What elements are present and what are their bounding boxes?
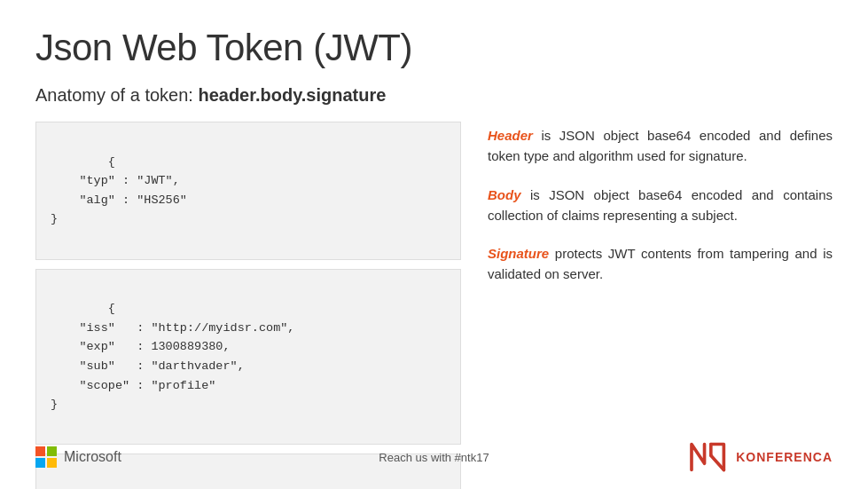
subtitle-bold: header.body.signature [198, 85, 386, 105]
reach-us-text: Reach us with #ntk17 [379, 451, 489, 464]
content-area: { "typ" : "JWT", "alg" : "HS256" } { "is… [35, 122, 833, 489]
signature-term: Signature [488, 246, 549, 261]
body-desc-text: is JSON object base64 encoded and contai… [488, 187, 833, 223]
svg-line-1 [711, 455, 724, 469]
microsoft-logo-text: Microsoft [64, 449, 121, 465]
ms-grid-blue [35, 458, 45, 468]
ms-grid-red [35, 446, 45, 456]
left-panel: { "typ" : "JWT", "alg" : "HS256" } { "is… [35, 122, 461, 489]
ms-grid-yellow [47, 458, 57, 468]
subtitle-plain: Anatomy of a token: [35, 85, 198, 105]
header-desc-text: is JSON object base64 encoded and define… [488, 128, 833, 163]
konferenca-logo: KONFERENCA [688, 439, 833, 475]
konferenca-text: KONFERENCA [736, 450, 833, 464]
footer: Microsoft Reach us with #ntk17 KONFERENC… [0, 439, 868, 475]
footer-center-text: Reach us with #ntk17 [379, 451, 489, 464]
body-code-text: { "iss" : "http://myidsr.com", "exp" : 1… [51, 302, 294, 411]
right-panel: Header is JSON object base64 encoded and… [488, 122, 833, 285]
body-code-block: { "iss" : "http://myidsr.com", "exp" : 1… [35, 269, 461, 446]
konferenca-icon-svg [688, 439, 731, 475]
microsoft-logo: Microsoft [35, 446, 121, 468]
header-code-block: { "typ" : "JWT", "alg" : "HS256" } [35, 122, 461, 260]
ms-grid-green [47, 446, 57, 456]
header-description: Header is JSON object base64 encoded and… [488, 125, 833, 167]
body-description: Body is JSON object base64 encoded and c… [488, 185, 833, 226]
microsoft-grid-icon [35, 446, 57, 468]
header-code-text: { "typ" : "JWT", "alg" : "HS256" } [51, 155, 187, 226]
body-term: Body [488, 187, 521, 202]
page: Json Web Token (JWT) Anatomy of a token:… [0, 0, 868, 489]
page-title: Json Web Token (JWT) [35, 27, 833, 69]
signature-description: Signature protects JWT contents from tam… [488, 243, 833, 285]
subtitle: Anatomy of a token: header.body.signatur… [35, 85, 833, 106]
header-term: Header [488, 128, 533, 143]
